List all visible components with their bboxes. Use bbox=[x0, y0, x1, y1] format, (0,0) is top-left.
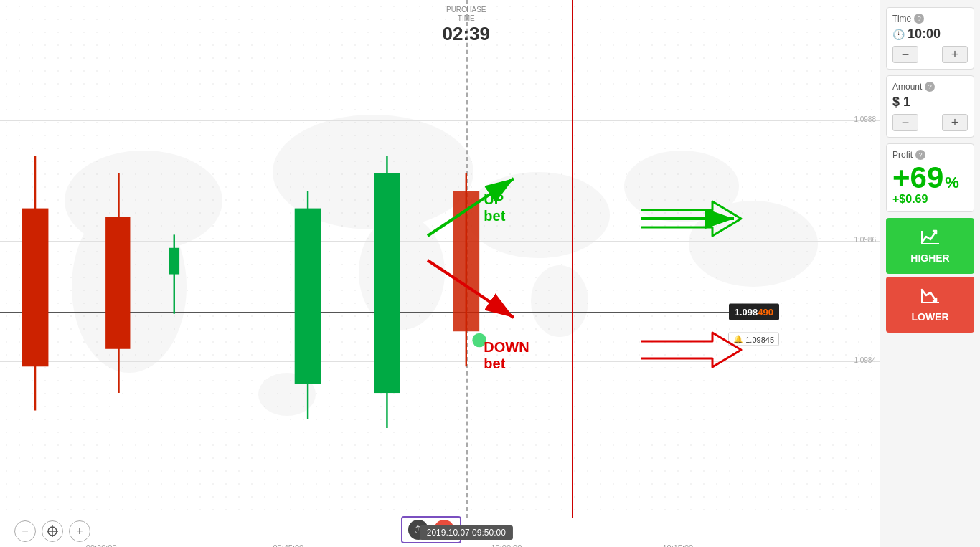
amount-increase-button[interactable]: + bbox=[942, 114, 968, 131]
svg-rect-10 bbox=[22, 209, 49, 367]
time-label-945: 09:45:00 bbox=[273, 543, 303, 547]
profit-percent-display: +69 % bbox=[892, 163, 968, 193]
up-direction-arrow-outline bbox=[633, 197, 748, 240]
time-stepper: − + bbox=[892, 46, 968, 63]
zoom-out-button[interactable]: − bbox=[14, 520, 36, 542]
amount-value: $ 1 bbox=[892, 95, 968, 110]
clock-icon: 🕙 bbox=[892, 29, 905, 40]
purchase-time-value: 02:39 bbox=[443, 23, 491, 45]
profit-section: Profit ? +69 % +$0.69 bbox=[886, 143, 974, 212]
amount-info-icon[interactable]: ? bbox=[925, 82, 935, 92]
down-bet-label: DOWN bet bbox=[484, 339, 529, 372]
profit-dollar-value: +$0.69 bbox=[892, 193, 968, 206]
crosshair-icon bbox=[47, 525, 58, 537]
lower-label: LOWER bbox=[911, 311, 948, 323]
bottom-toolbar: − + ⏱ bbox=[0, 515, 880, 547]
time-value: 🕙 10:00 bbox=[892, 27, 968, 42]
time-label-1015: 10:15:00 bbox=[662, 543, 693, 547]
price-label-1988: 1.0988 bbox=[854, 115, 876, 123]
time-increase-button[interactable]: + bbox=[942, 46, 968, 63]
down-bet-arrow bbox=[413, 246, 542, 332]
crosshair-button[interactable] bbox=[42, 520, 63, 542]
profit-label: Profit ? bbox=[892, 150, 968, 160]
up-bet-arrow bbox=[413, 164, 542, 250]
svg-rect-14 bbox=[169, 248, 179, 275]
price-label-1986: 1.0986 bbox=[854, 236, 876, 244]
time-label-930: 09:30:00 bbox=[86, 543, 117, 547]
down-direction-arrow bbox=[633, 328, 748, 371]
chart-down-icon bbox=[920, 287, 941, 304]
chart-area: 1.0988 1.0986 1.0984 1.098490 🔔 1.09845 … bbox=[0, 0, 880, 547]
higher-button[interactable]: HIGHER bbox=[886, 218, 974, 274]
zoom-controls: − + bbox=[14, 520, 90, 542]
date-badge: 2019.10.07 09:50:00 bbox=[420, 525, 513, 540]
time-info-icon[interactable]: ? bbox=[914, 14, 924, 24]
svg-rect-18 bbox=[374, 173, 400, 393]
price-label-1984: 1.0984 bbox=[854, 356, 876, 364]
lower-button[interactable]: LOWER bbox=[886, 277, 974, 333]
higher-label: HIGHER bbox=[910, 252, 949, 264]
profit-percent-value: +69 bbox=[892, 163, 943, 193]
amount-section: Amount ? $ 1 − + bbox=[886, 75, 974, 138]
svg-line-23 bbox=[428, 179, 514, 236]
profit-info-icon[interactable]: ? bbox=[915, 150, 925, 160]
time-section: Time ? 🕙 10:00 − + bbox=[886, 7, 974, 70]
sidebar: Time ? 🕙 10:00 − + Amount ? $ 1 − + Prof… bbox=[880, 0, 980, 547]
lower-icon bbox=[920, 287, 941, 308]
amount-stepper: − + bbox=[892, 114, 968, 131]
chart-up-icon bbox=[920, 228, 941, 245]
svg-rect-12 bbox=[105, 217, 130, 349]
zoom-in-button[interactable]: + bbox=[69, 520, 90, 542]
profit-percent-suffix: % bbox=[945, 173, 959, 192]
time-decrease-button[interactable]: − bbox=[892, 46, 918, 63]
time-label-1000: 10:00:00 bbox=[491, 543, 522, 547]
amount-decrease-button[interactable]: − bbox=[892, 114, 918, 131]
purchase-time-label: PURCHASETIME 02:39 bbox=[443, 6, 491, 45]
svg-line-25 bbox=[428, 260, 514, 318]
higher-icon bbox=[920, 228, 941, 249]
time-label: Time ? bbox=[892, 14, 968, 24]
svg-rect-16 bbox=[295, 209, 321, 384]
candlestick-chart bbox=[0, 82, 791, 475]
amount-label: Amount ? bbox=[892, 82, 968, 92]
